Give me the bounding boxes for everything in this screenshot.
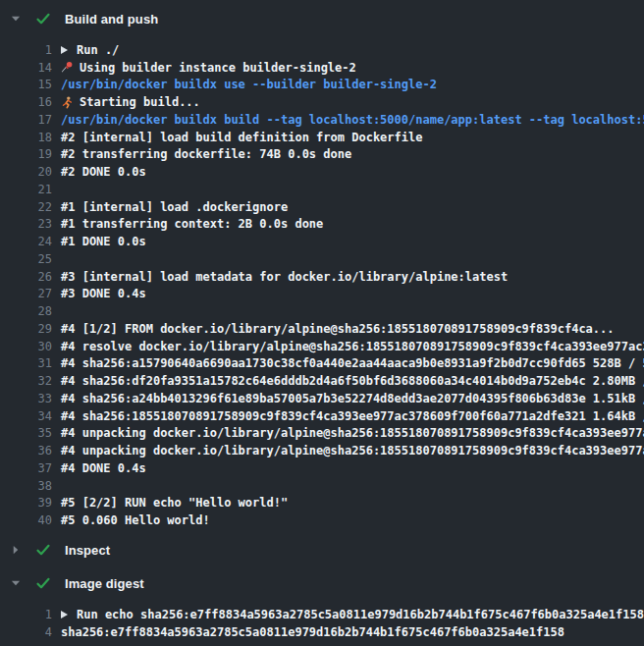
line-number[interactable]: 21 xyxy=(0,183,52,196)
section-build-and-push: Build and push1Run ./14Using builder ins… xyxy=(0,2,644,533)
section-inspect: Inspect xyxy=(0,533,644,566)
line-number[interactable]: 16 xyxy=(0,95,52,109)
section-header-image-digest[interactable]: Image digest xyxy=(0,566,644,600)
line-text: #4 resolve docker.io/library/alpine@sha2… xyxy=(52,340,644,353)
line-number[interactable]: 23 xyxy=(0,217,52,231)
line-text-content: /usr/bin/docker buildx build --tag local… xyxy=(61,113,644,127)
check-icon xyxy=(35,11,51,27)
line-number[interactable]: 27 xyxy=(0,287,52,300)
log-line[interactable]: 39#5 [2/2] RUN echo "Hello world!" xyxy=(0,495,644,512)
log-line[interactable]: 15/usr/bin/docker buildx use --builder b… xyxy=(0,77,644,94)
line-number[interactable]: 17 xyxy=(0,113,52,127)
line-text-content: #4 unpacking docker.io/library/alpine@sh… xyxy=(61,426,644,440)
line-number[interactable]: 20 xyxy=(0,165,52,179)
line-number[interactable]: 32 xyxy=(0,374,52,388)
line-text-content: #3 DONE 0.4s xyxy=(61,287,146,300)
line-text: sha256:e7ff8834a5963a2785c5a0811e979d16b… xyxy=(52,625,564,639)
log-line[interactable]: 16Starting build... xyxy=(0,93,644,111)
line-number[interactable]: 29 xyxy=(0,322,52,336)
log-line[interactable]: 26#3 [internal] load metadata for docker… xyxy=(0,268,644,286)
line-text-content: Starting build... xyxy=(80,95,200,109)
check-icon xyxy=(35,575,51,591)
runner-icon xyxy=(61,96,74,109)
line-number[interactable]: 22 xyxy=(0,200,52,214)
line-number[interactable]: 15 xyxy=(0,78,52,91)
line-number[interactable]: 36 xyxy=(0,444,52,458)
log-line[interactable]: 1Run ./ xyxy=(0,41,644,59)
log-line[interactable]: 21 xyxy=(0,181,644,198)
log-line[interactable]: 27#3 DONE 0.4s xyxy=(0,286,644,303)
section-header-build-and-push[interactable]: Build and push xyxy=(0,2,644,35)
line-text: Using builder instance builder-single-2 xyxy=(52,61,356,75)
log-line[interactable]: 24#1 DONE 0.0s xyxy=(0,233,644,250)
line-text: #4 [1/2] FROM docker.io/library/alpine@s… xyxy=(52,322,615,336)
line-text: #2 [internal] load build definition from… xyxy=(52,131,422,144)
log-line[interactable]: 35#4 unpacking docker.io/library/alpine@… xyxy=(0,425,644,443)
line-text-content: #1 [internal] load .dockerignore xyxy=(61,200,288,214)
chevron-down-icon[interactable] xyxy=(7,13,25,25)
line-number[interactable]: 39 xyxy=(0,496,52,510)
log-line[interactable]: 14Using builder instance builder-single-… xyxy=(0,59,644,77)
line-number[interactable]: 30 xyxy=(0,340,52,353)
line-number[interactable]: 40 xyxy=(0,513,52,527)
line-number[interactable]: 37 xyxy=(0,461,52,475)
line-number[interactable]: 19 xyxy=(0,147,52,161)
log-line[interactable]: 37#4 DONE 0.4s xyxy=(0,459,644,477)
line-text-content: #2 transferring dockerfile: 74B 0.0s don… xyxy=(61,147,351,161)
log-line[interactable]: 1Run echo sha256:e7ff8834a5963a2785c5a08… xyxy=(0,606,644,623)
line-text: #5 [2/2] RUN echo "Hello world!" xyxy=(52,496,288,510)
line-text: #3 [internal] load metadata for docker.i… xyxy=(52,270,508,284)
line-number[interactable]: 34 xyxy=(0,409,52,423)
log-line[interactable]: 36#4 unpacking docker.io/library/alpine@… xyxy=(0,442,644,459)
line-text: Starting build... xyxy=(52,95,200,109)
log-line[interactable]: 23#1 transferring context: 2B 0.0s done xyxy=(0,216,644,234)
line-number[interactable]: 4 xyxy=(0,625,52,639)
line-number[interactable]: 35 xyxy=(0,426,52,440)
line-number[interactable]: 26 xyxy=(0,270,52,284)
line-number[interactable]: 25 xyxy=(0,252,52,266)
pushpin-icon xyxy=(61,61,74,74)
line-number[interactable]: 33 xyxy=(0,392,52,405)
section-header-inspect[interactable]: Inspect xyxy=(0,533,644,566)
line-text: #4 DONE 0.4s xyxy=(52,461,146,475)
log-line[interactable]: 33#4 sha256:a24bb4013296f61e89ba57005a7b… xyxy=(0,390,644,407)
log-line[interactable]: 19#2 transferring dockerfile: 74B 0.0s d… xyxy=(0,146,644,164)
log-line[interactable]: 31#4 sha256:a15790640a6690aa1730c38cf0a4… xyxy=(0,355,644,373)
log-line[interactable]: 18#2 [internal] load build definition fr… xyxy=(0,129,644,146)
line-text: #3 DONE 0.4s xyxy=(52,287,146,300)
line-number[interactable]: 28 xyxy=(0,304,52,318)
line-text-content: #4 sha256:185518070891758909c9f839cf4ca3… xyxy=(61,409,644,423)
log-line[interactable]: 32#4 sha256:df20fa9351a15782c64e6dddb2d4… xyxy=(0,372,644,390)
line-text-content: /usr/bin/docker buildx use --builder bui… xyxy=(61,78,437,91)
chevron-down-icon[interactable] xyxy=(7,577,25,589)
line-number[interactable]: 14 xyxy=(0,61,52,75)
line-number[interactable]: 38 xyxy=(0,479,52,493)
log-line[interactable]: 20#2 DONE 0.0s xyxy=(0,163,644,181)
line-text: #4 sha256:a24bb4013296f61e89ba57005a7b3e… xyxy=(52,392,644,405)
line-number[interactable]: 31 xyxy=(0,356,52,370)
log-line[interactable]: 22#1 [internal] load .dockerignore xyxy=(0,198,644,216)
line-number[interactable]: 24 xyxy=(0,235,52,248)
check-icon xyxy=(35,542,51,558)
log-line[interactable]: 4sha256:e7ff8834a5963a2785c5a0811e979d16… xyxy=(0,623,644,641)
line-text-content: #4 DONE 0.4s xyxy=(61,461,146,475)
line-number[interactable]: 1 xyxy=(0,43,52,57)
log-line[interactable]: 34#4 sha256:185518070891758909c9f839cf4c… xyxy=(0,407,644,425)
chevron-right-icon[interactable] xyxy=(7,544,25,556)
log-line[interactable]: 29#4 [1/2] FROM docker.io/library/alpine… xyxy=(0,320,644,338)
section-title: Inspect xyxy=(65,543,110,558)
line-text-content: #2 DONE 0.0s xyxy=(61,165,146,179)
log-line[interactable]: 38 xyxy=(0,477,644,495)
expand-group-icon[interactable] xyxy=(61,46,68,54)
log-line[interactable]: 40#5 0.060 Hello world! xyxy=(0,511,644,529)
line-text: #4 sha256:df20fa9351a15782c64e6dddb2d4a6… xyxy=(52,374,644,388)
log-line[interactable]: 25 xyxy=(0,250,644,268)
line-number[interactable]: 1 xyxy=(0,608,52,621)
workflow-log-viewer: Build and push1Run ./14Using builder ins… xyxy=(0,0,644,646)
log-line[interactable]: 30#4 resolve docker.io/library/alpine@sh… xyxy=(0,338,644,355)
line-text-content: #5 [2/2] RUN echo "Hello world!" xyxy=(61,496,288,510)
log-line[interactable]: 28 xyxy=(0,302,644,320)
line-number[interactable]: 18 xyxy=(0,131,52,144)
log-line[interactable]: 17/usr/bin/docker buildx build --tag loc… xyxy=(0,111,644,129)
expand-group-icon[interactable] xyxy=(61,611,68,619)
